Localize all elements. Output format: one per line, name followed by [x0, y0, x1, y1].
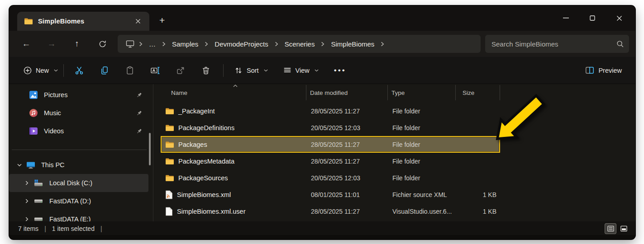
sort-button[interactable]: Sort: [230, 63, 272, 78]
drive-icon: [33, 216, 43, 221]
breadcrumb[interactable]: … Samples DevmodeProjects Sceneries Simp…: [118, 35, 481, 53]
chevron-right-icon: [320, 42, 325, 47]
sidebar-item-pictures[interactable]: Pictures: [9, 86, 148, 104]
view-button[interactable]: View: [279, 63, 323, 78]
new-button[interactable]: New: [19, 63, 62, 78]
share-icon[interactable]: [172, 62, 190, 79]
folder-icon: [165, 158, 174, 165]
large-icons-view-icon[interactable]: [618, 224, 629, 234]
command-toolbar: New Sort: [9, 57, 635, 84]
items-count: 7 items: [18, 225, 38, 232]
cut-icon[interactable]: [70, 62, 88, 79]
breadcrumb-item-simplebiomes[interactable]: SimpleBiomes: [325, 38, 380, 50]
column-header-date[interactable]: Date modified: [306, 85, 388, 100]
chevron-expanded-icon[interactable]: [13, 164, 26, 167]
folder-icon: [165, 124, 174, 131]
status-bar: 7 items | 1 item selected |: [9, 221, 635, 235]
pin-icon: [136, 128, 142, 134]
search-box[interactable]: [485, 35, 629, 53]
sidebar-item-label: FastDATA (E:): [49, 216, 91, 221]
file-row-packages-selected[interactable]: Packages 28/05/2025 11:27 File folder: [161, 136, 500, 153]
new-button-label: New: [36, 67, 49, 74]
sidebar-item-fastdata-e[interactable]: FastDATA (E:): [9, 210, 148, 221]
xml-file-icon: [165, 190, 173, 199]
chevron-right-icon: [274, 42, 279, 47]
column-header-size[interactable]: Size: [456, 85, 500, 100]
file-size: 1 KB: [457, 204, 496, 219]
folder-icon: [165, 141, 174, 148]
file-row-packagesources[interactable]: PackageSources 20/05/2025 12:03 File fol…: [161, 169, 500, 186]
file-row-packagedefinitions[interactable]: PackageDefinitions 20/05/2025 12:03 File…: [161, 119, 500, 136]
chevron-collapsed-icon[interactable]: [20, 217, 33, 221]
status-separator: |: [100, 225, 102, 232]
sidebar-item-videos[interactable]: Videos: [9, 122, 148, 140]
search-icon[interactable]: [616, 40, 624, 47]
tab-simplebiomes[interactable]: SimpleBiomes: [17, 12, 149, 31]
forward-icon[interactable]: →: [42, 35, 62, 53]
status-separator: |: [44, 225, 46, 232]
chevron-collapsed-icon[interactable]: [20, 199, 33, 203]
file-explorer-window: SimpleBiomes + ← → ↑: [9, 5, 635, 239]
sidebar-item-label: This PC: [41, 161, 65, 169]
sidebar-item-label: Pictures: [44, 91, 67, 99]
document-icon: [165, 207, 173, 216]
breadcrumb-item-ellipsis[interactable]: …: [143, 38, 161, 50]
sidebar-item-this-pc[interactable]: This PC: [9, 156, 148, 174]
sidebar-scrollbar[interactable]: [149, 133, 151, 165]
new-tab-button[interactable]: +: [159, 15, 165, 25]
breadcrumb-item-sceneries[interactable]: Sceneries: [279, 38, 320, 50]
navigation-bar: ← → ↑ … Samples DevmodeProjects Scenerie…: [9, 31, 635, 57]
more-options-icon[interactable]: •••: [330, 66, 350, 75]
preview-button-label: Preview: [598, 67, 622, 74]
file-date: 20/05/2025 12:03: [307, 120, 389, 135]
videos-icon: [29, 127, 38, 136]
maximize-icon[interactable]: [588, 14, 597, 23]
chevron-down-icon: [315, 69, 319, 72]
file-row-simplebiomes-xml-user[interactable]: SimpleBiomes.xml.user 28/05/2025 11:27 V…: [161, 203, 500, 220]
details-view-icon[interactable]: [605, 224, 616, 234]
file-type: File folder: [389, 103, 457, 118]
refresh-icon[interactable]: [92, 35, 112, 53]
up-icon[interactable]: ↑: [67, 35, 87, 53]
back-icon[interactable]: ←: [16, 35, 36, 53]
file-row-packageint[interactable]: _PackageInt 28/05/2025 11:27 File folder: [161, 103, 500, 119]
preview-button[interactable]: Preview: [581, 63, 626, 78]
sidebar-item-label: Videos: [44, 127, 64, 135]
sidebar-item-local-disk-c[interactable]: Local Disk (C:): [9, 174, 148, 192]
tab-close-icon[interactable]: [132, 15, 144, 27]
breadcrumb-item-devmodeprojects[interactable]: DevmodeProjects: [209, 38, 273, 50]
sort-button-label: Sort: [247, 67, 259, 74]
chevron-right-icon: [380, 42, 385, 47]
view-lines-icon: [283, 67, 291, 74]
file-row-simplebiomes-xml[interactable]: SimpleBiomes.xml 08/01/2025 11:01 Fichie…: [161, 186, 500, 203]
delete-icon[interactable]: [197, 62, 215, 79]
sidebar-item-fastdata-d[interactable]: FastDATA (D:): [9, 192, 148, 210]
column-header-type[interactable]: Type: [388, 85, 456, 100]
minimize-icon[interactable]: [561, 14, 570, 23]
tab-title: SimpleBiomes: [38, 18, 127, 25]
file-row-packagesmetadata[interactable]: PackagesMetadata 28/05/2025 11:27 File f…: [161, 153, 500, 169]
file-size: [457, 103, 496, 118]
this-pc-icon[interactable]: [122, 40, 138, 48]
view-button-label: View: [296, 67, 310, 74]
file-type: File folder: [389, 170, 457, 185]
file-size: [457, 137, 496, 152]
rename-icon[interactable]: [146, 62, 164, 79]
file-date: 20/05/2025 12:03: [307, 170, 389, 185]
chevron-collapsed-icon[interactable]: [20, 181, 33, 185]
preview-pane-icon: [585, 66, 594, 74]
local-disk-icon: [33, 179, 43, 187]
sort-ascending-icon: [233, 84, 238, 87]
breadcrumb-item-samples[interactable]: Samples: [167, 38, 204, 50]
window-controls: [561, 12, 624, 24]
file-name: SimpleBiomes.xml: [177, 191, 231, 198]
sidebar-item-music[interactable]: Music: [9, 104, 148, 122]
sidebar: Pictures Music Videos: [9, 84, 153, 221]
close-icon[interactable]: [615, 14, 624, 23]
this-pc-icon: [26, 161, 35, 169]
column-header-name[interactable]: Name: [161, 85, 306, 100]
search-input[interactable]: [491, 40, 616, 48]
paste-icon[interactable]: [121, 62, 139, 79]
copy-icon[interactable]: [95, 62, 114, 79]
sidebar-item-label: Local Disk (C:): [49, 179, 92, 187]
